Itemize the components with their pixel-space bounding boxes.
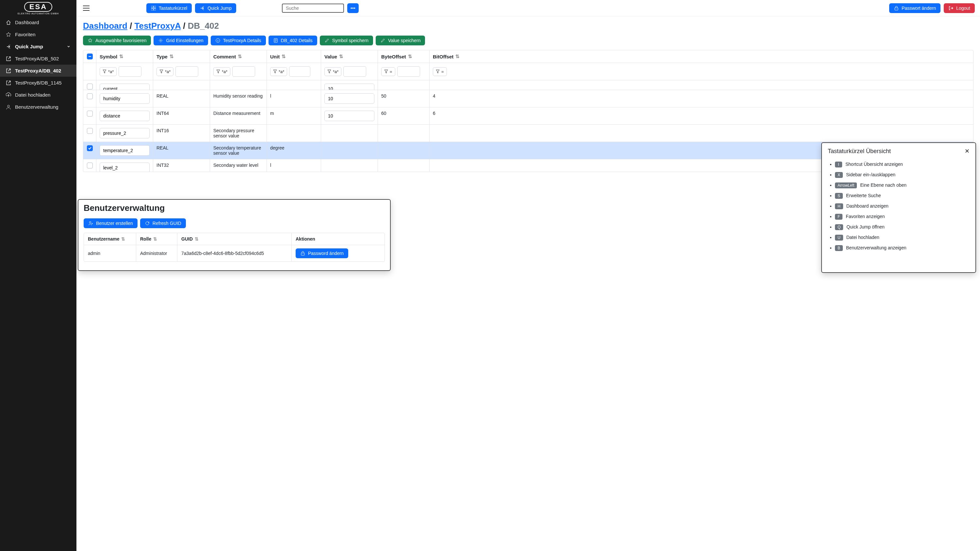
byteoffset-cell: 50	[378, 90, 430, 107]
sidebar-item-5[interactable]: TestProxyB/DB_1145	[0, 77, 76, 89]
symbol-input[interactable]	[100, 145, 150, 156]
proxy-details-button[interactable]: TestProxyA Details	[211, 36, 266, 45]
symbol-input[interactable]	[100, 84, 150, 90]
select-all-checkbox[interactable]	[87, 54, 93, 59]
favorite-selected-button[interactable]: Ausgewählte favorisieren	[83, 36, 151, 45]
byteoffset-cell	[378, 80, 430, 90]
col-type[interactable]: Type⇅	[153, 50, 210, 63]
col-unit[interactable]: Unit⇅	[267, 50, 321, 63]
symbol-input[interactable]	[100, 94, 150, 104]
db-details-button[interactable]: DB_402 Details	[269, 36, 317, 45]
filter-type-input[interactable]	[175, 66, 198, 77]
ucol-username[interactable]: Benutzername ⇅	[84, 233, 136, 245]
jump-icon	[200, 6, 205, 11]
symbol-input[interactable]	[100, 111, 150, 121]
shortcut-item: XSidebar ein-/ausklappen	[835, 170, 969, 180]
key-badge: F	[835, 214, 843, 220]
symbol-input[interactable]	[100, 162, 150, 172]
user-name: admin	[84, 245, 136, 262]
user-guid: 7a3a6d2b-c8ef-4dc6-8fbb-5d2cf094c6d5	[177, 245, 292, 262]
row-checkbox[interactable]	[87, 145, 93, 151]
comment-cell	[210, 80, 267, 90]
quickjump-button[interactable]: Quick Jump	[195, 3, 236, 13]
col-bitoffset[interactable]: BitOffset⇅	[430, 50, 973, 63]
unit-cell	[267, 125, 321, 142]
sidebar-item-label: Dashboard	[15, 20, 39, 25]
row-checkbox[interactable]	[87, 111, 93, 116]
sidebar-item-4[interactable]: TestProxyA/DB_402	[0, 65, 76, 77]
value-input[interactable]	[325, 84, 374, 90]
breadcrumb-proxy[interactable]: TestProxyA	[135, 21, 181, 31]
ucol-actions: Aktionen	[292, 233, 385, 245]
svg-rect-1	[151, 6, 153, 8]
logout-button[interactable]: Logout	[944, 3, 975, 13]
ext-icon	[6, 68, 11, 73]
more-button[interactable]: •••	[347, 3, 359, 13]
filter-symbol[interactable]: *a*	[100, 67, 117, 76]
filter-bitoffset[interactable]: =	[433, 67, 447, 76]
user-role: Administrator	[136, 245, 177, 262]
close-icon[interactable]: ✕	[965, 148, 970, 155]
row-checkbox[interactable]	[87, 128, 93, 134]
filter-symbol-input[interactable]	[119, 66, 142, 77]
shortcut-item: UDatei hochladen	[835, 232, 969, 243]
grid-settings-button[interactable]: Grid Einstellungen	[154, 36, 208, 45]
svg-rect-9	[89, 56, 91, 57]
sidebar-item-3[interactable]: TestProxyA/DB_502	[0, 52, 76, 65]
sidebar-item-7[interactable]: Benutzerverwaltung	[0, 101, 76, 113]
col-symbol[interactable]: Symbol⇅	[96, 50, 153, 63]
sidebar-item-2[interactable]: Quick Jump	[0, 40, 76, 52]
type-cell: REAL	[153, 142, 210, 159]
filter-comment-input[interactable]	[232, 66, 255, 77]
filter-comment[interactable]: *a*	[213, 67, 230, 76]
user-password-button[interactable]: Password ändern	[296, 248, 348, 258]
col-comment[interactable]: Comment⇅	[210, 50, 267, 63]
filter-unit[interactable]: *a*	[270, 67, 287, 76]
filter-value-input[interactable]	[343, 66, 366, 77]
unit-cell: degree	[267, 142, 321, 159]
home-icon	[6, 20, 11, 25]
col-byteoffset[interactable]: ByteOffset⇅	[378, 50, 430, 63]
shortcuts-panel: Tastaturkürzel Übersicht ✕ IShortcut Übe…	[821, 142, 976, 273]
sidebar-item-1[interactable]: Favoriten	[0, 29, 76, 40]
key-badge: U	[835, 235, 843, 241]
filter-byteoffset[interactable]: =	[381, 67, 395, 76]
logout-icon	[948, 6, 953, 11]
sort-icon: ⇅	[282, 54, 286, 59]
refresh-guid-button[interactable]: Refresh GUID	[140, 218, 186, 228]
sidebar-item-label: TestProxyA/DB_502	[15, 56, 59, 61]
row-checkbox[interactable]	[87, 162, 93, 168]
value-input[interactable]	[325, 94, 374, 104]
filter-value[interactable]: *a*	[325, 67, 341, 76]
symbol-input[interactable]	[100, 128, 150, 138]
bitoffset-cell: 6	[430, 107, 973, 124]
key-badge: B	[835, 245, 843, 251]
filter-unit-input[interactable]	[289, 66, 310, 77]
user-table: Benutzername ⇅ Rolle ⇅ GUID ⇅ Aktionen a…	[84, 233, 385, 262]
create-user-button[interactable]: Benutzer erstellen	[84, 218, 137, 228]
search-input[interactable]	[282, 3, 344, 13]
save-symbol-button[interactable]: Symbol speichern	[320, 36, 373, 45]
shortcuts-button[interactable]: Tastaturkürzel	[146, 3, 192, 13]
sidebar-item-6[interactable]: Datei hochladen	[0, 89, 76, 101]
save-value-button[interactable]: Value speichern	[375, 36, 425, 45]
dots-icon: •••	[350, 6, 355, 11]
ucol-guid[interactable]: GUID ⇅	[177, 233, 292, 245]
row-checkbox[interactable]	[87, 84, 93, 89]
breadcrumb-dashboard[interactable]: Dashboard	[83, 21, 127, 31]
ucol-role[interactable]: Rolle ⇅	[136, 233, 177, 245]
key-badge: ArrowLeft	[835, 183, 857, 188]
shortcut-label: Benutzerverwaltung anzeigen	[846, 245, 906, 250]
sidebar-item-label: TestProxyA/DB_402	[15, 68, 61, 73]
col-value[interactable]: Value⇅	[321, 50, 378, 63]
hamburger-icon[interactable]	[82, 4, 91, 12]
value-input[interactable]	[325, 111, 374, 121]
row-checkbox[interactable]	[87, 94, 93, 99]
filter-byteoffset-input[interactable]	[397, 66, 420, 77]
sidebar-item-label: Datei hochladen	[15, 92, 50, 98]
change-password-button[interactable]: Passwort ändern	[889, 3, 940, 13]
sidebar-item-0[interactable]: Dashboard	[0, 16, 76, 29]
sort-icon: ⇅	[408, 54, 412, 59]
filter-type[interactable]: *a*	[156, 67, 173, 76]
logo-text: ESA	[24, 2, 52, 12]
